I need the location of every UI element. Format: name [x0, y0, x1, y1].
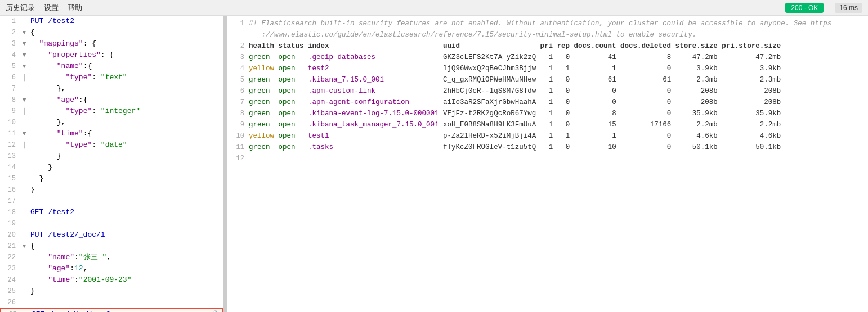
main-area: 1 PUT /test2 2 ▼ { 3 ▼ "mappings": { 4 ▼… — [0, 16, 868, 312]
menu-settings[interactable]: 设置 — [44, 3, 59, 13]
line-number-6: 6 — [0, 72, 20, 83]
editor-line-15: 15 } — [0, 173, 223, 184]
editor-line-10: 10 }, — [0, 117, 223, 128]
line-content-7: }, — [28, 83, 223, 94]
output-line-6: 6 green open .apm-custom-link 2hHbCj0cR-… — [232, 85, 863, 97]
output-content-1b: ://www.elastic.co/guide/en/elasticsearch… — [249, 29, 863, 40]
line-number-22: 22 — [0, 252, 20, 263]
output-line-8: 8 green open .kibana-event-log-7.15.0-00… — [232, 108, 863, 119]
menu-history[interactable]: 历史记录 — [6, 3, 35, 13]
output-line-2: 2 health status index uuid pri rep docs.… — [232, 40, 863, 52]
run-button[interactable]: ▶ — [200, 309, 210, 312]
editor-line-27: 27 GET /_cat/indices?v ▶ 🔧 — [0, 308, 223, 312]
editor-line-8: 8 ▼ "age":{ — [0, 94, 223, 106]
output-line-num-10: 10 — [232, 130, 249, 142]
line-content-14: } — [28, 162, 223, 173]
editor-line-12: 12 │ "type": "date" — [0, 139, 223, 151]
line-fold-11[interactable]: ▼ — [20, 128, 28, 139]
output-line-3: 3 green open .geoip_databases GKZ3cLEFS2… — [232, 52, 863, 63]
line-content-8: "age":{ — [28, 94, 223, 106]
output-content-9: green open .kibana_task_manager_7.15.0_0… — [249, 119, 863, 130]
editor-line-22: 22 "name":"张三 ", — [0, 252, 223, 263]
output-content-7: green open .apm-agent-configuration aiIo… — [249, 97, 863, 108]
editor-line-6: 6 │ "type": "text" — [0, 72, 223, 83]
line-number-1: 1 — [0, 16, 20, 27]
line-number-12: 12 — [0, 139, 20, 151]
output-line-num-1: 1 — [232, 18, 249, 29]
line-number-2: 2 — [0, 27, 20, 38]
line-content-6: "type": "text" — [28, 72, 223, 83]
output-line-num-3: 3 — [232, 52, 249, 63]
editor-line-18: 18 GET /test2 — [0, 207, 223, 218]
line-fold-3[interactable]: ▼ — [20, 38, 28, 49]
output-content-1: #! Elasticsearch built-in security featu… — [249, 18, 863, 29]
output-line-num-2: 2 — [232, 40, 249, 52]
line-number-8: 8 — [0, 94, 20, 106]
line-fold-21[interactable]: ▼ — [20, 241, 28, 252]
output-line-11: 11 green open .tasks fTyKcZ0FROGleV-t1zu… — [232, 142, 863, 153]
output-line-num-4: 4 — [232, 63, 249, 74]
line-content-18: GET /test2 — [28, 207, 223, 218]
output-content-6: green open .apm-custom-link 2hHbCj0cR--1… — [249, 85, 863, 97]
editor-line-13: 13 } — [0, 151, 223, 162]
line-number-5: 5 — [0, 61, 20, 72]
output-content-11: green open .tasks fTyKcZ0FROGleV-t1zu5tQ… — [249, 142, 863, 153]
editor-code-area: 1 PUT /test2 2 ▼ { 3 ▼ "mappings": { 4 ▼… — [0, 16, 223, 312]
line-content-10: }, — [28, 117, 223, 128]
line-number-3: 3 — [0, 38, 20, 49]
line-number-23: 23 — [0, 263, 20, 274]
line-content-22: "name":"张三 ", — [28, 252, 223, 263]
editor-line-26: 26 — [0, 297, 223, 308]
line-number-21: 21 — [0, 241, 20, 252]
line-content-24: "time":"2001-09-23" — [28, 274, 223, 286]
line-fold-5[interactable]: ▼ — [20, 61, 28, 72]
output-line-num-7: 7 — [232, 97, 249, 108]
line-content-3: "mappings": { — [28, 38, 223, 49]
line-number-26: 26 — [0, 297, 20, 308]
line-number-19: 19 — [0, 218, 20, 229]
output-line-num-5: 5 — [232, 74, 249, 85]
line-content-13: } — [28, 151, 223, 162]
editor-line-16: 16 } — [0, 184, 223, 196]
output-line-num-9: 9 — [232, 119, 249, 130]
menu-help[interactable]: 帮助 — [68, 3, 82, 13]
line-content-11: "time":{ — [28, 128, 223, 139]
line-number-4: 4 — [0, 49, 20, 61]
line-number-20: 20 — [0, 229, 20, 241]
editor-line-20: 20 PUT /test2/_doc/1 — [0, 229, 223, 241]
editor-line-25: 25 } — [0, 286, 223, 297]
output-content-5: green open .kibana_7.15.0_001 C_q_gxRMQi… — [249, 74, 863, 85]
line-fold-2[interactable]: ▼ — [20, 27, 28, 38]
output-content-4: yellow open test2 ljQ96WwxQ2qBeCJhm3Bjjw… — [249, 63, 863, 74]
output-line-10: 10 yellow open test1 p-Za21HeRD-x52iMjBj… — [232, 130, 863, 142]
editor-line-11: 11 ▼ "time":{ — [0, 128, 223, 139]
editor-line-17: 17 — [0, 196, 223, 207]
line-number-7: 7 — [0, 83, 20, 94]
output-line-1b: ://www.elastic.co/guide/en/elasticsearch… — [232, 29, 863, 40]
line-fold-4[interactable]: ▼ — [20, 49, 28, 61]
line-number-15: 15 — [0, 173, 20, 184]
line-fold-9: │ — [20, 106, 28, 117]
editor-panel[interactable]: 1 PUT /test2 2 ▼ { 3 ▼ "mappings": { 4 ▼… — [0, 16, 225, 312]
line-fold-6: │ — [20, 72, 28, 83]
line-number-9: 9 — [0, 106, 20, 117]
line-number-17: 17 — [0, 196, 20, 207]
line-fold-12: │ — [20, 139, 28, 151]
line-fold-8[interactable]: ▼ — [20, 94, 28, 106]
output-line-5: 5 green open .kibana_7.15.0_001 C_q_gxRM… — [232, 74, 863, 85]
line-number-10: 10 — [0, 117, 20, 128]
output-line-num-1b — [232, 29, 249, 40]
run-buttons: ▶ 🔧 — [200, 309, 222, 312]
line-content-23: "age":12, — [28, 263, 223, 274]
line-number-24: 24 — [0, 274, 20, 286]
line-number-14: 14 — [0, 162, 20, 173]
menubar: 历史记录 设置 帮助 200 - OK 16 ms — [0, 0, 868, 16]
line-number-16: 16 — [0, 184, 20, 196]
line-content-4: "properties": { — [28, 49, 223, 61]
line-content-27: GET /_cat/indices?v — [29, 309, 196, 312]
line-content-20: PUT /test2/_doc/1 — [28, 229, 223, 241]
wrench-button[interactable]: 🔧 — [212, 309, 222, 312]
output-content-12 — [249, 153, 863, 164]
editor-line-24: 24 "time":"2001-09-23" — [0, 274, 223, 286]
output-content-10: yellow open test1 p-Za21HeRD-x52iMjBji4A… — [249, 130, 863, 142]
